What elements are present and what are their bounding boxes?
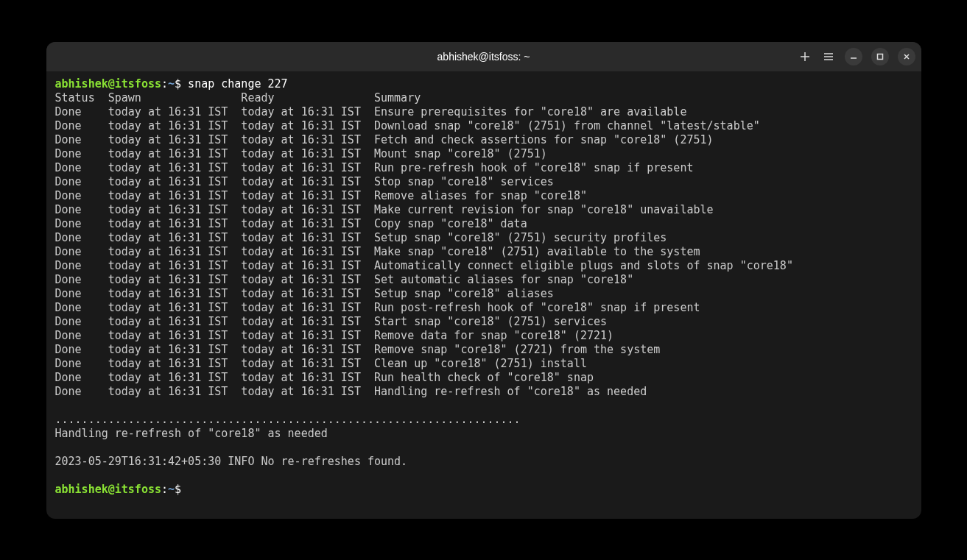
table-row: Done today at 16:31 IST today at 16:31 I… — [55, 161, 694, 174]
window-title: abhishek@itsfoss: ~ — [437, 51, 530, 63]
table-row: Done today at 16:31 IST today at 16:31 I… — [55, 147, 547, 160]
maximize-button[interactable] — [871, 48, 889, 65]
titlebar: abhishek@itsfoss: ~ — [46, 42, 921, 71]
terminal-window: abhishek@itsfoss: ~ abhishek@itsfoss:~$ … — [46, 42, 921, 519]
close-button[interactable] — [898, 48, 915, 65]
plus-icon — [799, 51, 811, 63]
new-tab-button[interactable] — [798, 49, 812, 64]
prompt-line: abhishek@itsfoss:~$ snap change 227 — [55, 77, 288, 91]
table-row: Done today at 16:31 IST today at 16:31 I… — [55, 259, 793, 272]
close-icon — [902, 52, 911, 61]
handling-line: Handling re-refresh of "core18" as neede… — [55, 427, 328, 440]
table-row: Done today at 16:31 IST today at 16:31 I… — [55, 245, 700, 258]
table-row: Done today at 16:31 IST today at 16:31 I… — [55, 287, 554, 300]
table-row: Done today at 16:31 IST today at 16:31 I… — [55, 217, 527, 230]
cursor-area — [181, 483, 188, 496]
command-text: snap change 227 — [181, 77, 288, 91]
prompt-colon: : — [161, 77, 168, 91]
table-row: Done today at 16:31 IST today at 16:31 I… — [55, 273, 634, 286]
table-row: Done today at 16:31 IST today at 16:31 I… — [55, 301, 700, 314]
table-row: Done today at 16:31 IST today at 16:31 I… — [55, 385, 647, 398]
prompt-dollar: $ — [175, 77, 181, 91]
table-row: Done today at 16:31 IST today at 16:31 I… — [55, 329, 614, 342]
table-row: Done today at 16:31 IST today at 16:31 I… — [55, 343, 661, 356]
table-row: Done today at 16:31 IST today at 16:31 I… — [55, 357, 587, 370]
table-row: Done today at 16:31 IST today at 16:31 I… — [55, 133, 714, 146]
prompt-user: abhishek@itsfoss — [55, 483, 162, 496]
table-row: Done today at 16:31 IST today at 16:31 I… — [55, 189, 587, 202]
prompt-user: abhishek@itsfoss — [55, 77, 162, 91]
svg-rect-6 — [877, 54, 882, 59]
terminal-body[interactable]: abhishek@itsfoss:~$ snap change 227 Stat… — [46, 71, 921, 519]
menu-button[interactable] — [821, 49, 836, 64]
table-row: Done today at 16:31 IST today at 16:31 I… — [55, 203, 714, 216]
prompt-path: ~ — [168, 77, 175, 91]
progress-dots: ........................................… — [55, 413, 521, 426]
maximize-icon — [876, 52, 885, 61]
prompt-dollar: $ — [175, 483, 181, 496]
info-line: 2023-05-29T16:31:42+05:30 INFO No re-ref… — [55, 455, 408, 468]
table-row: Done today at 16:31 IST today at 16:31 I… — [55, 315, 608, 328]
table-row: Done today at 16:31 IST today at 16:31 I… — [55, 231, 667, 244]
minimize-icon — [849, 52, 858, 61]
hamburger-icon — [823, 51, 834, 63]
prompt-path: ~ — [168, 483, 175, 496]
prompt-line: abhishek@itsfoss:~$ — [55, 483, 189, 496]
minimize-button[interactable] — [845, 48, 862, 65]
table-row: Done today at 16:31 IST today at 16:31 I… — [55, 175, 554, 188]
table-row: Done today at 16:31 IST today at 16:31 I… — [55, 371, 594, 384]
titlebar-controls — [798, 48, 915, 65]
table-header: Status Spawn Ready Summary — [55, 91, 421, 104]
table-row: Done today at 16:31 IST today at 16:31 I… — [55, 105, 687, 118]
table-row: Done today at 16:31 IST today at 16:31 I… — [55, 119, 760, 132]
prompt-colon: : — [161, 483, 168, 496]
